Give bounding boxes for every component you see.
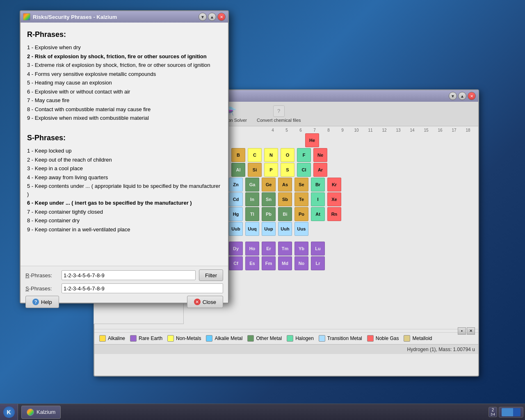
element-P[interactable]: P (264, 163, 278, 177)
taskbar-widget-2[interactable] (499, 407, 523, 418)
s-phrases-title: S-Phrases: (27, 132, 221, 144)
element-Uuh[interactable]: Uuh (278, 222, 292, 236)
element-N[interactable]: N (264, 148, 278, 162)
element-No[interactable]: No (294, 256, 308, 270)
element-At[interactable]: At (311, 207, 325, 221)
element-Cl[interactable]: Cl (297, 163, 311, 177)
dialog-content: R-Phrases: 1 - Explosive when dry 2 - Ri… (21, 23, 228, 277)
dialog-maximize-btn[interactable]: ▲ (208, 13, 216, 21)
taskbar-kalzium[interactable]: Kalzium (21, 406, 61, 419)
element-Ge[interactable]: Ge (262, 178, 276, 192)
element-Po[interactable]: Po (294, 207, 308, 221)
s-phrase-4: 4 - Keep away from living quarters (27, 173, 221, 182)
r-field-row: R-Phrases: Filter (25, 269, 223, 281)
alkalie-metal-label: Alkalie Metal (215, 336, 242, 341)
kde-menu-button[interactable]: K (0, 404, 18, 420)
element-Tl[interactable]: Tl (245, 207, 259, 221)
legend-alkalie-metal: Alkalie Metal (206, 335, 242, 342)
element-Uub[interactable]: Uub (229, 222, 243, 236)
s-phrase-7: 7 - Keep container tightly closed (27, 208, 221, 216)
help-button[interactable]: ? Help (25, 296, 59, 308)
element-Cf[interactable]: Cf (229, 256, 243, 270)
element-S[interactable]: S (281, 163, 294, 177)
dialog-minimize-btn[interactable]: ▼ (199, 13, 207, 21)
element-Uuq[interactable]: Uuq (245, 222, 259, 236)
element-Sb[interactable]: Sb (278, 192, 292, 206)
close-dialog-button[interactable]: ✕ Close (187, 296, 223, 308)
element-Es[interactable]: Es (245, 256, 259, 270)
dialog-window[interactable]: Risks/Security Phrases - Kalzium ▼ ▲ ✕ R… (20, 10, 229, 304)
element-Hg[interactable]: Hg (229, 207, 243, 221)
sb-close-btn[interactable]: ✕ (467, 327, 475, 335)
alkaline-label: Alkaline (108, 336, 125, 341)
toolbar-convert[interactable]: ? Convert chemical files (253, 104, 305, 124)
element-Ar[interactable]: Ar (313, 163, 327, 177)
element-Xe[interactable]: Xe (327, 192, 341, 206)
element-Kr[interactable]: Kr (327, 178, 341, 192)
element-Ne[interactable]: Ne (313, 148, 327, 162)
element-Lr[interactable]: Lr (311, 256, 325, 270)
element-Tm[interactable]: Tm (278, 242, 292, 256)
r-field-label: R-Phrases: (25, 272, 58, 278)
element-Sn[interactable]: Sn (262, 192, 276, 206)
element-Ga[interactable]: Ga (245, 178, 259, 192)
dialog-close-btn[interactable]: ✕ (217, 13, 226, 21)
r-phrase-5: 5 - Heating may cause an explosion (27, 79, 221, 87)
element-He[interactable]: He (305, 133, 319, 147)
maximize-button[interactable]: ▲ (458, 92, 466, 100)
element-C[interactable]: C (248, 148, 262, 162)
element-Md[interactable]: Md (278, 256, 292, 270)
s-field-label: S-Phrases: (25, 285, 58, 292)
r-phrase-2: 2 - Risk of explosion by shock, friction… (27, 52, 221, 61)
element-O[interactable]: O (281, 148, 294, 162)
element-Ho[interactable]: Ho (245, 242, 259, 256)
element-F[interactable]: F (297, 148, 311, 162)
element-Zn[interactable]: Zn (229, 178, 243, 192)
s-phrase-2: 2 - Keep out of the reach of children (27, 156, 221, 164)
element-Pb[interactable]: Pb (262, 207, 276, 221)
other-metal-color (247, 335, 254, 342)
help-label: Help (41, 299, 52, 305)
element-Se[interactable]: Se (294, 178, 308, 192)
noble-gas-color (367, 335, 374, 342)
taskbar-widget-1[interactable]: 2 34 (488, 407, 497, 417)
element-Si[interactable]: Si (248, 163, 262, 177)
legend-transition-metal: Transition Metal (319, 335, 362, 342)
taskbar-right: 2 34 (488, 407, 525, 418)
s-phrase-8: 8 - Keep container dry (27, 217, 221, 225)
legend-other-metal: Other Metal (247, 335, 282, 342)
element-Uup[interactable]: Uup (262, 222, 276, 236)
element-B[interactable]: B (231, 148, 245, 162)
filter-button[interactable]: Filter (199, 269, 223, 281)
element-Bi[interactable]: Bi (278, 207, 292, 221)
alkaline-color (99, 335, 106, 342)
legend-non-metals: Non-Metals (167, 335, 201, 342)
s-field-row: S-Phrases: (25, 283, 223, 293)
element-Lu[interactable]: Lu (311, 242, 325, 256)
element-Fm[interactable]: Fm (262, 256, 276, 270)
non-metals-color (167, 335, 174, 342)
element-Er[interactable]: Er (262, 242, 276, 256)
close-button[interactable]: ✕ (468, 92, 476, 100)
element-Al[interactable]: Al (231, 163, 245, 177)
element-In[interactable]: In (245, 192, 259, 206)
close-label: Close (203, 299, 216, 305)
element-Dy[interactable]: Dy (229, 242, 243, 256)
element-Te[interactable]: Te (294, 192, 308, 206)
legend-rare-earth: Rare Earth (130, 335, 162, 342)
close-icon: ✕ (194, 299, 201, 305)
element-Uus[interactable]: Uus (294, 222, 308, 236)
element-Yb[interactable]: Yb (294, 242, 308, 256)
r-phrases-input[interactable] (62, 270, 196, 280)
s-phrases-input[interactable] (62, 283, 223, 293)
sb-expand-btn[interactable]: ▪ (458, 327, 466, 335)
element-Cd[interactable]: Cd (229, 192, 243, 206)
minimize-button[interactable]: ▼ (449, 92, 457, 100)
element-Br[interactable]: Br (311, 178, 325, 192)
element-Rn[interactable]: Rn (327, 207, 341, 221)
element-I[interactable]: I (311, 192, 325, 206)
convert-label: Convert chemical files (257, 118, 301, 123)
dialog-action-buttons: ? Help ✕ Close (25, 296, 223, 308)
element-As[interactable]: As (278, 178, 292, 192)
kde-logo: K (3, 406, 15, 418)
